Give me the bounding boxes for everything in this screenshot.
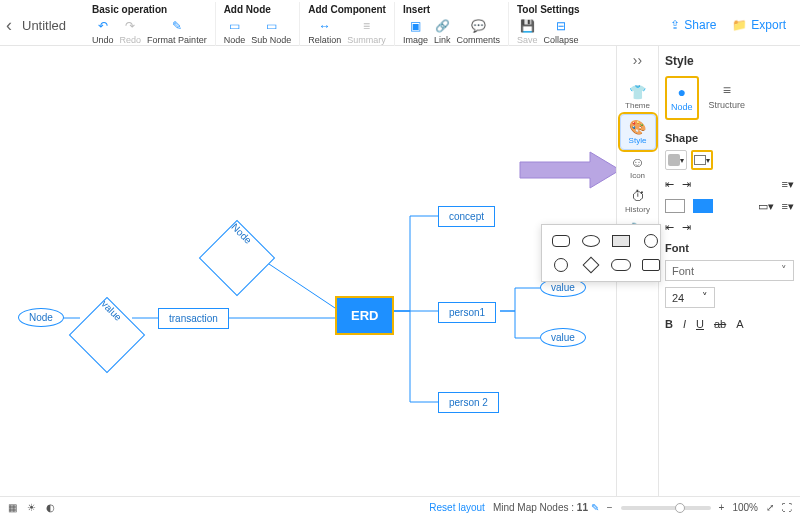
- structure-icon: ≡: [723, 82, 731, 98]
- link-button[interactable]: 🔗Link: [434, 18, 451, 45]
- collapse-button[interactable]: ⊟Collapse: [544, 18, 579, 45]
- fullscreen-icon[interactable]: ⛶: [782, 502, 792, 513]
- node-concept[interactable]: concept: [438, 206, 495, 227]
- node-node-top[interactable]: Node: [210, 231, 264, 285]
- format-painter-button[interactable]: ✎Format Painter: [147, 18, 207, 45]
- fill-none[interactable]: [665, 199, 685, 213]
- node-transaction[interactable]: transaction: [158, 308, 229, 329]
- link-icon: 🔗: [434, 18, 450, 34]
- shape-option-ellipse[interactable]: [580, 233, 602, 249]
- statusbar: ▦ ☀ ◐ Reset layout Mind Map Nodes : 11 ✎…: [0, 496, 800, 518]
- side-theme[interactable]: 👕Theme: [620, 80, 656, 114]
- redo-button: ↷Redo: [120, 18, 142, 45]
- underline-button[interactable]: U: [696, 318, 704, 330]
- line-style-icon[interactable]: ≡▾: [782, 200, 794, 213]
- share-button[interactable]: ⇪Share: [670, 18, 716, 32]
- image-icon: ▣: [407, 18, 423, 34]
- chevron-down-icon: ˅: [781, 264, 787, 277]
- subnode-label: Sub Node: [251, 35, 291, 45]
- export-button[interactable]: 📁Export: [732, 18, 786, 32]
- side-history[interactable]: ⏱History: [620, 184, 656, 218]
- font-family-select[interactable]: Font˅: [665, 260, 794, 281]
- save-button: 💾Save: [517, 18, 538, 45]
- node-center[interactable]: ERD: [335, 296, 394, 335]
- undo-icon: ↶: [95, 18, 111, 34]
- shape-option-capsule[interactable]: [610, 257, 632, 273]
- tab-structure[interactable]: ≡Structure: [705, 76, 750, 120]
- node-icon: ●: [678, 84, 686, 100]
- node-label: Node: [224, 35, 246, 45]
- node-val-b[interactable]: value: [540, 328, 586, 347]
- relation-label: Relation: [308, 35, 341, 45]
- image-button[interactable]: ▣Image: [403, 18, 428, 45]
- summary-button: ≡Summary: [347, 18, 386, 45]
- relation-icon: ↔: [317, 18, 333, 34]
- group-title: Insert: [403, 4, 500, 15]
- zoom-value: 100%: [732, 502, 758, 513]
- arrow-out-icon[interactable]: ⇥: [682, 178, 691, 191]
- group-title: Basic operation: [92, 4, 207, 15]
- border-style-icon[interactable]: ▭▾: [758, 200, 774, 213]
- toolbar: ‹ Untitled Basic operation↶Undo↷Redo✎For…: [0, 0, 800, 46]
- style-panel: Style ●Node≡Structure Shape ▾ ▾ ⇤⇥≡▾ ▭▾≡…: [658, 46, 800, 496]
- undo-button[interactable]: ↶Undo: [92, 18, 114, 45]
- style-icon: 🎨: [629, 119, 646, 135]
- redo-label: Redo: [120, 35, 142, 45]
- node-node-left-1[interactable]: Node: [18, 308, 64, 327]
- indent-right-icon[interactable]: ⇥: [682, 221, 691, 234]
- theme-icon: 👕: [629, 84, 646, 100]
- relation-button[interactable]: ↔Relation: [308, 18, 341, 45]
- node-person1[interactable]: person1: [438, 302, 496, 323]
- redo-icon: ↷: [122, 18, 138, 34]
- align-icon[interactable]: ≡▾: [782, 178, 794, 191]
- grid-icon[interactable]: ▦: [8, 502, 17, 513]
- shape-picker[interactable]: ▾: [691, 150, 713, 170]
- theme-toggle-icon[interactable]: ☀: [27, 502, 36, 513]
- node-person2[interactable]: person 2: [438, 392, 499, 413]
- fill-color[interactable]: [693, 199, 713, 213]
- tab-node[interactable]: ●Node: [665, 76, 699, 120]
- zoom-slider[interactable]: [621, 506, 711, 510]
- subnode-button[interactable]: ▭Sub Node: [251, 18, 291, 45]
- comments-button[interactable]: 💬Comments: [456, 18, 500, 45]
- node-value-left[interactable]: value: [80, 308, 134, 362]
- save-icon: 💾: [519, 18, 535, 34]
- export-icon: 📁: [732, 18, 747, 32]
- node-button[interactable]: ▭Node: [224, 18, 246, 45]
- shape-option-hexagon[interactable]: [640, 257, 662, 273]
- fill-swatch[interactable]: ▾: [665, 150, 687, 170]
- back-icon[interactable]: ‹: [6, 15, 12, 36]
- strike-button[interactable]: ab: [714, 318, 726, 330]
- collapse-panel-icon[interactable]: ››: [633, 52, 642, 68]
- theme-label: Theme: [625, 101, 650, 110]
- canvas[interactable]: NodevaluetransactionNodeERDconceptperson…: [0, 46, 616, 496]
- shape-option-circle[interactable]: [640, 233, 662, 249]
- shape-option-rounded-rect[interactable]: [550, 233, 572, 249]
- zoom-out-button[interactable]: −: [607, 502, 613, 513]
- icon-icon: ☺: [630, 154, 644, 170]
- history-label: History: [625, 205, 650, 214]
- side-icon[interactable]: ☺Icon: [620, 150, 656, 184]
- document-title: Untitled: [22, 18, 66, 33]
- shape-option-circle[interactable]: [550, 257, 572, 273]
- shape-option-rect[interactable]: [610, 233, 632, 249]
- side-style[interactable]: 🎨Style: [620, 114, 656, 150]
- font-heading: Font: [665, 242, 794, 254]
- summary-icon: ≡: [358, 18, 374, 34]
- italic-button[interactable]: I: [683, 318, 686, 330]
- group-title: Tool Settings: [517, 4, 580, 15]
- shape-option-diamond[interactable]: [580, 257, 602, 273]
- chevron-down-icon: ˅: [702, 291, 708, 304]
- fit-icon[interactable]: ⤢: [766, 502, 774, 513]
- font-size-select[interactable]: 24˅: [665, 287, 715, 308]
- bold-button[interactable]: B: [665, 318, 673, 330]
- font-color-button[interactable]: A: [736, 318, 743, 330]
- indent-left-icon[interactable]: ⇤: [665, 221, 674, 234]
- image-label: Image: [403, 35, 428, 45]
- arrow-in-icon[interactable]: ⇤: [665, 178, 674, 191]
- dark-toggle-icon[interactable]: ◐: [46, 502, 55, 513]
- reset-layout-button[interactable]: Reset layout: [429, 502, 485, 513]
- zoom-in-button[interactable]: +: [719, 502, 725, 513]
- undo-label: Undo: [92, 35, 114, 45]
- format-painter-label: Format Painter: [147, 35, 207, 45]
